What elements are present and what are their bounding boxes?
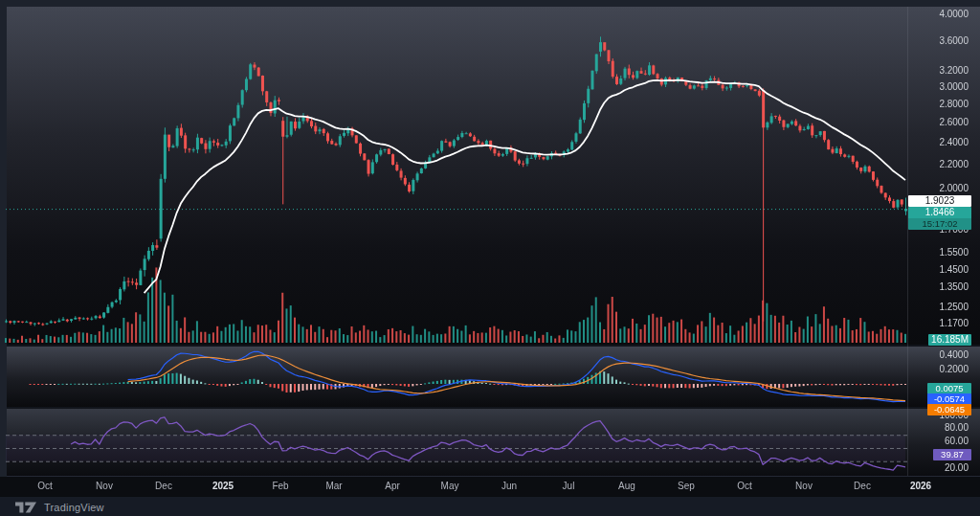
axis-tick-label: Mar (325, 481, 342, 492)
bar-countdown: 15:17:02 (908, 218, 971, 230)
axis-tick-label: Oct (737, 481, 752, 492)
axis-tick-label: Nov (795, 481, 813, 492)
axis-tick-label: 60.00 (909, 436, 969, 447)
axis-tick-label: Sep (678, 481, 695, 492)
axis-tick-label: 1.2500 (909, 302, 969, 313)
axis-tick-label: 1.4500 (909, 264, 969, 276)
axis-tick-label: 2.2000 (909, 159, 969, 170)
axis-tick-label: 3.0000 (909, 81, 969, 93)
price-chart-canvas[interactable] (0, 0, 980, 516)
axis-tick-label: 2026 (910, 481, 931, 492)
axis-tick-label: Jul (563, 481, 575, 492)
axis-tick-label: 1.3500 (909, 281, 969, 293)
tradingview-chart-widget: 4.00003.60003.20003.00002.80002.60002.40… (0, 0, 980, 516)
axis-tick-label: 2.6000 (909, 117, 969, 128)
axis-tick-label: 1.1700 (909, 318, 969, 329)
axis-tick-label: 0.4000 (909, 349, 969, 361)
ma-price-label: 1.9023 (908, 195, 971, 207)
axis-tick-label: Aug (618, 481, 635, 492)
axis-tick-label: 2025 (212, 481, 234, 492)
axis-tick-label: 2.0000 (909, 183, 969, 194)
axis-tick-label: 4.0000 (909, 9, 969, 20)
last-price-label: 1.8466 15:17:02 (908, 207, 971, 230)
axis-tick-label: Apr (385, 481, 400, 492)
axis-tick-label: 1.5500 (909, 247, 969, 258)
axis-tick-label: May (441, 481, 459, 492)
macd-signal-label: -0.0645 (927, 404, 971, 415)
last-price-value: 1.8466 (925, 207, 955, 217)
rsi-value-label: 39.87 (933, 449, 971, 460)
axis-tick-label: Jun (501, 481, 517, 492)
axis-tick-label: 20.00 (909, 462, 969, 474)
axis-tick-label: 0.2000 (909, 364, 969, 375)
axis-tick-label: Nov (96, 481, 113, 492)
axis-tick-label: Dec (854, 481, 871, 492)
axis-tick-label: Oct (37, 481, 53, 492)
axis-tick-label: 3.6000 (909, 35, 969, 47)
axis-tick-label: Dec (155, 481, 172, 492)
axis-tick-label: Feb (272, 481, 288, 492)
axis-tick-label: 2.8000 (909, 99, 969, 110)
axis-tick-label: 2.4000 (909, 137, 969, 148)
volume-label: 16.185M (928, 334, 971, 346)
axis-tick-label: 3.2000 (909, 65, 969, 77)
axis-tick-label: 80.00 (909, 422, 969, 434)
